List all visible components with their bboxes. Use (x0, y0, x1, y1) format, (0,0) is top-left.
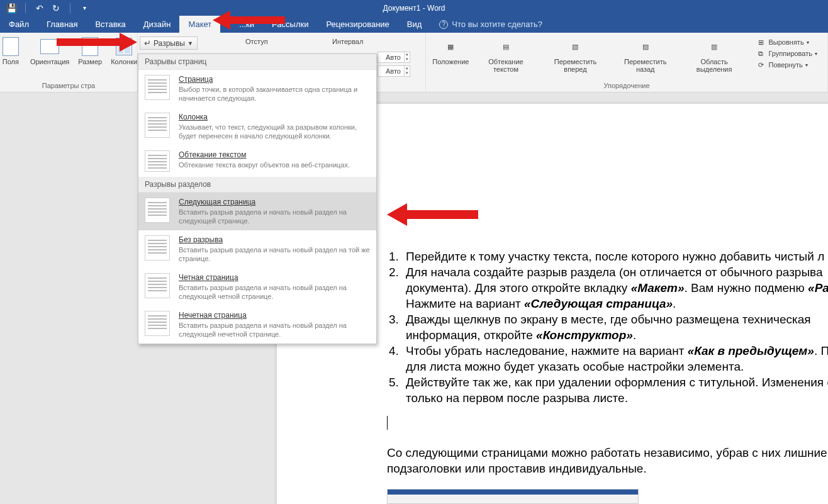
redo-icon[interactable]: ↻ (51, 3, 61, 13)
margins-icon (1, 36, 21, 57)
odd-page-icon (145, 311, 170, 336)
tab-home[interactable]: Главная (38, 16, 86, 33)
embedded-screenshot (387, 489, 639, 504)
even-page-icon (145, 273, 170, 298)
quick-access-toolbar: 💾 ↶ ↻ ▾ (0, 3, 89, 13)
tab-design[interactable]: Дизайн (135, 16, 180, 33)
ribbon-tabs: Файл Главная Вставка Дизайн Макет ...ки … (0, 16, 828, 33)
svg-marker-0 (213, 11, 285, 30)
svg-marker-1 (57, 33, 137, 52)
break-odd-page[interactable]: Нечетная страницаВставить разрыв раздела… (138, 306, 376, 344)
instruction-list: Перейдите к тому участку текста, после к… (387, 249, 828, 406)
wrap-text-button[interactable]: ▤ Обтекание текстом (473, 35, 539, 74)
next-page-icon (145, 198, 170, 223)
annotation-arrow-1 (213, 9, 288, 34)
list-item: Для начала создайте разрыв раздела (он о… (402, 264, 828, 311)
paragraph: Со следующими страницами можно работать … (387, 445, 828, 476)
breaks-dropdown: Разрывы страниц СтраницаВыбор точки, в к… (138, 53, 377, 344)
arrange-mini: ⊞Выровнять▾ ⧉Группировать▾ ⟳Повернуть▾ (749, 35, 824, 72)
break-next-page[interactable]: Следующая страницаВставить разрыв раздел… (138, 193, 376, 230)
list-item: Перейдите к тому участку текста, после к… (402, 249, 828, 264)
spacing-label: Интервал (332, 38, 363, 45)
tab-view[interactable]: Вид (398, 16, 431, 33)
list-item: Действуйте так же, как при удалении офор… (402, 374, 828, 406)
margins-button[interactable]: Поля (0, 35, 25, 67)
list-item: Чтобы убрать наследование, нажмите на ва… (402, 343, 828, 374)
column-break-icon (145, 113, 170, 138)
svg-marker-2 (387, 203, 478, 226)
title-bar: 💾 ↶ ↻ ▾ Документ1 - Word (0, 0, 828, 16)
rotate-icon: ⟳ (756, 61, 766, 69)
position-button[interactable]: ▦ Положение (430, 35, 472, 67)
spacing-after[interactable]: Авто (378, 65, 410, 77)
undo-icon[interactable]: ↶ (35, 3, 45, 13)
tab-insert[interactable]: Вставка (86, 16, 134, 33)
wrap-text-icon: ▤ (496, 36, 516, 57)
break-page[interactable]: СтраницаВыбор точки, в которой заканчива… (138, 70, 376, 108)
tab-review[interactable]: Рецензирование (317, 16, 398, 33)
tell-me[interactable]: ? Что вы хотите сделать? (439, 16, 542, 33)
group-arrange-wrap: ▦ Положение ▤ Обтекание текстом ▧ Переме… (425, 33, 828, 92)
wrap-break-icon (145, 150, 170, 172)
document-canvas[interactable]: Перейдите к тому участку текста, после к… (0, 92, 828, 504)
send-backward-icon: ▨ (635, 36, 656, 57)
section-breaks-header: Разрывы разделов (138, 177, 376, 193)
save-icon[interactable]: 💾 (6, 3, 16, 13)
tab-file[interactable]: Файл (0, 16, 38, 33)
chevron-down-icon: ▼ (187, 40, 193, 47)
arrange-label: Упорядочение (604, 82, 650, 91)
indent-label: Отступ (245, 38, 268, 45)
align-button[interactable]: ⊞Выровнять▾ (753, 36, 820, 48)
spacing-before[interactable]: Авто (378, 52, 410, 63)
bring-forward-button[interactable]: ▧ Переместить вперед (540, 35, 610, 74)
annotation-arrow-3 (387, 201, 481, 230)
annotation-arrow-2 (57, 31, 138, 56)
break-text-wrapping[interactable]: Обтекание текстомОбтекание текста вокруг… (138, 145, 376, 177)
send-backward-button[interactable]: ▨ Переместить назад (612, 35, 679, 74)
break-column[interactable]: КолонкаУказывает, что текст, следующий з… (138, 108, 376, 145)
breaks-icon: ↵ (144, 38, 151, 48)
breaks-button[interactable]: ↵ Разрывы ▼ (140, 36, 198, 50)
page-break-icon (145, 75, 170, 100)
group-arrange: ▦ Положение ▤ Обтекание текстом ▧ Переме… (426, 33, 828, 92)
align-icon: ⊞ (756, 38, 766, 47)
page-setup-label: Параметры стра (42, 82, 95, 91)
continuous-icon (145, 235, 170, 260)
text-cursor (387, 416, 828, 430)
rotate-button[interactable]: ⟳Повернуть▾ (753, 59, 820, 70)
qat-customize-icon[interactable]: ▾ (79, 3, 89, 13)
tell-me-text: Что вы хотите сделать? (452, 20, 542, 29)
list-item: Дважды щелкнув по экрану в месте, где об… (402, 311, 828, 343)
page-breaks-header: Разрывы страниц (138, 54, 376, 70)
break-continuous[interactable]: Без разрываВставить разрыв раздела и нач… (138, 230, 376, 268)
document-title: Документ1 - Word (383, 4, 445, 13)
breaks-label: Разрывы (154, 39, 185, 48)
bulb-icon: ? (439, 20, 448, 29)
selection-pane-icon: ▥ (704, 36, 724, 57)
bring-forward-icon: ▧ (565, 36, 585, 57)
group-button[interactable]: ⧉Группировать▾ (753, 48, 820, 59)
break-even-page[interactable]: Четная страницаВставить разрыв раздела и… (138, 268, 376, 306)
selection-pane-button[interactable]: ▥ Область выделения (680, 35, 749, 74)
group-icon: ⧉ (756, 50, 766, 58)
position-icon: ▦ (440, 36, 461, 57)
